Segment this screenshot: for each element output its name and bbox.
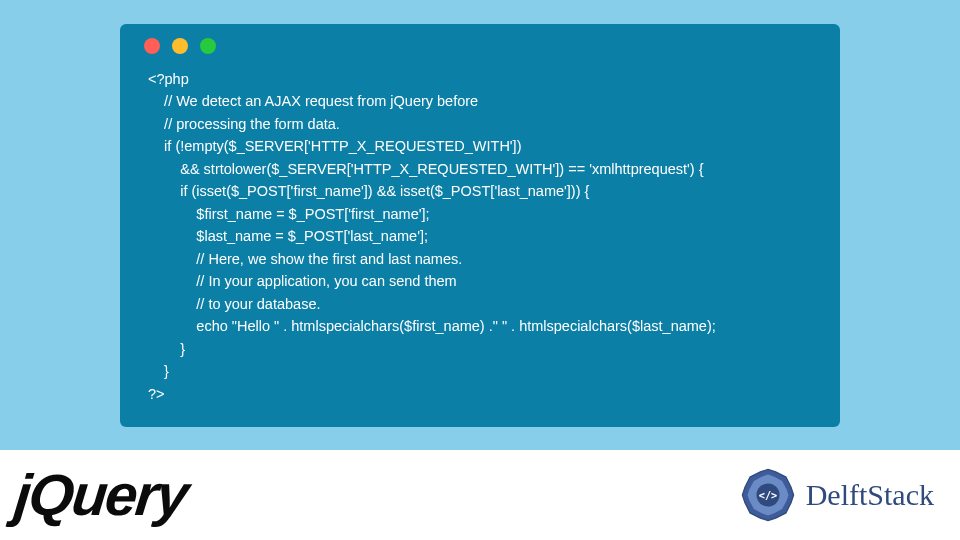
code-line: $first_name = $_POST['first_name'];	[148, 206, 430, 222]
code-line: if (isset($_POST['first_name']) && isset…	[148, 183, 589, 199]
delftstack-text: DelftStack	[806, 478, 934, 512]
code-block: <?php // We detect an AJAX request from …	[138, 68, 822, 405]
delftstack-icon: </>	[736, 463, 800, 527]
code-line: <?php	[148, 71, 189, 87]
close-icon	[144, 38, 160, 54]
code-window: <?php // We detect an AJAX request from …	[120, 24, 840, 427]
code-line: }	[148, 341, 185, 357]
window-controls	[138, 38, 822, 54]
code-line: // We detect an AJAX request from jQuery…	[148, 93, 478, 109]
delftstack-logo: </> DelftStack	[736, 463, 950, 527]
code-line: // to your database.	[148, 296, 320, 312]
code-line: // Here, we show the first and last name…	[148, 251, 462, 267]
code-line: && strtolower($_SERVER['HTTP_X_REQUESTED…	[148, 161, 704, 177]
code-line: // processing the form data.	[148, 116, 340, 132]
svg-text:</>: </>	[758, 489, 777, 501]
jquery-logo: jQuery	[7, 466, 190, 524]
code-line: $last_name = $_POST['last_name'];	[148, 228, 428, 244]
minimize-icon	[172, 38, 188, 54]
footer: jQuery </> DelftStack	[0, 450, 960, 540]
code-line: }	[148, 363, 169, 379]
code-line: // In your application, you can send the…	[148, 273, 457, 289]
code-line: ?>	[148, 386, 165, 402]
code-line: echo "Hello " . htmlspecialchars($first_…	[148, 318, 716, 334]
code-line: if (!empty($_SERVER['HTTP_X_REQUESTED_WI…	[148, 138, 521, 154]
maximize-icon	[200, 38, 216, 54]
